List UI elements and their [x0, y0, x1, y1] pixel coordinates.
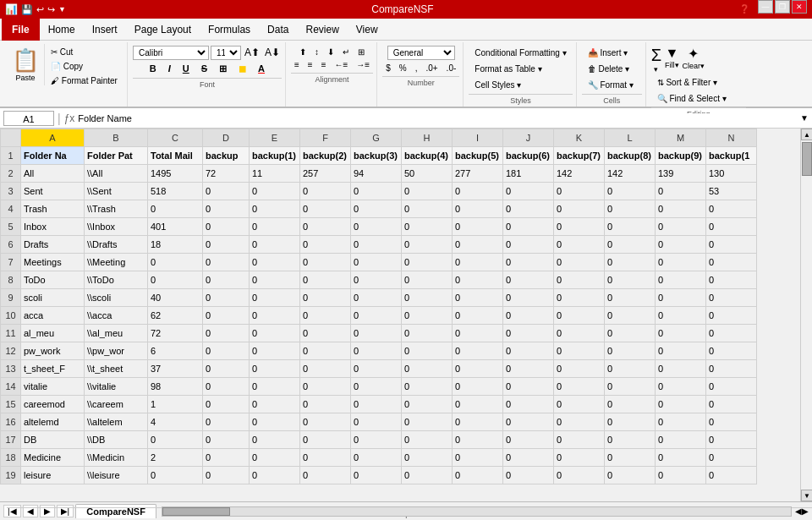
table-cell[interactable]: 0 — [656, 325, 706, 342]
table-cell[interactable]: 0 — [605, 236, 656, 254]
table-cell[interactable]: 0 — [402, 378, 453, 396]
copy-button[interactable]: 📄 Copy — [47, 60, 122, 73]
table-cell[interactable]: 0 — [656, 431, 706, 449]
table-cell[interactable]: 0 — [453, 431, 503, 449]
percent-button[interactable]: % — [396, 62, 410, 74]
table-cell[interactable]: 0 — [300, 431, 351, 449]
table-cell[interactable]: 0 — [656, 307, 706, 325]
table-cell[interactable]: 0 — [250, 396, 300, 413]
row-number[interactable]: 7 — [1, 254, 21, 271]
row-number[interactable]: 3 — [1, 183, 21, 200]
table-cell[interactable]: 0 — [351, 396, 402, 413]
align-middle-button[interactable]: ↕ — [311, 46, 322, 58]
table-cell[interactable]: 142 — [605, 165, 656, 183]
table-cell[interactable]: \\Drafts — [85, 236, 148, 254]
table-cell[interactable]: 0 — [706, 413, 757, 431]
table-cell[interactable]: 0 — [453, 378, 503, 396]
table-cell[interactable]: 0 — [706, 325, 757, 342]
table-cell[interactable]: 0 — [656, 271, 706, 289]
table-cell[interactable]: 0 — [402, 342, 453, 360]
table-cell[interactable]: 257 — [300, 165, 351, 183]
table-cell[interactable]: 0 — [250, 449, 300, 467]
quick-access-undo[interactable]: ↩ — [36, 0, 44, 19]
table-cell[interactable]: 0 — [351, 378, 402, 396]
table-cell[interactable]: 0 — [351, 413, 402, 431]
table-cell[interactable]: 0 — [605, 325, 656, 342]
border-button[interactable]: ⊞ — [214, 62, 232, 76]
table-cell[interactable]: backup(3) — [351, 147, 402, 165]
underline-button[interactable]: U — [178, 62, 195, 76]
table-cell[interactable]: 0 — [605, 431, 656, 449]
table-cell[interactable]: 130 — [706, 165, 757, 183]
table-cell[interactable]: Folder Na — [21, 147, 85, 165]
col-header-L[interactable]: L — [605, 129, 656, 147]
table-cell[interactable]: 0 — [351, 271, 402, 289]
quick-access-redo[interactable]: ↪ — [47, 0, 55, 19]
minimize-button[interactable]: — — [758, 0, 773, 14]
decrease-indent-button[interactable]: ←≡ — [331, 58, 351, 71]
table-cell[interactable]: 0 — [554, 413, 605, 431]
table-cell[interactable]: 0 — [706, 449, 757, 467]
table-cell[interactable]: 0 — [503, 218, 554, 236]
menu-formulas[interactable]: Formulas — [200, 19, 259, 41]
table-cell[interactable]: 0 — [706, 360, 757, 378]
insert-function-icon[interactable]: ƒx — [64, 112, 75, 124]
table-cell[interactable]: 0 — [300, 342, 351, 360]
col-header-D[interactable]: D — [203, 129, 250, 147]
table-cell[interactable]: 0 — [453, 467, 503, 484]
table-cell[interactable]: vitalie — [21, 378, 85, 396]
table-cell[interactable]: \\leisure — [85, 467, 148, 484]
table-cell[interactable]: 0 — [300, 325, 351, 342]
row-number[interactable]: 6 — [1, 236, 21, 254]
row-number[interactable]: 12 — [1, 342, 21, 360]
table-cell[interactable]: \\DB — [85, 431, 148, 449]
table-cell[interactable]: 0 — [554, 236, 605, 254]
table-cell[interactable]: Sent — [21, 183, 85, 200]
table-cell[interactable]: 0 — [706, 200, 757, 218]
table-cell[interactable]: altelemd — [21, 413, 85, 431]
table-cell[interactable]: Drafts — [21, 236, 85, 254]
col-header-M[interactable]: M — [656, 129, 706, 147]
sum-button[interactable]: Σ ▾ — [651, 46, 661, 74]
close-button[interactable]: ✕ — [792, 0, 807, 14]
col-header-K[interactable]: K — [554, 129, 605, 147]
table-cell[interactable]: 0 — [250, 254, 300, 271]
table-cell[interactable]: 0 — [300, 396, 351, 413]
table-cell[interactable]: 0 — [453, 413, 503, 431]
table-cell[interactable]: \\ToDo — [85, 271, 148, 289]
table-cell[interactable]: 0 — [402, 254, 453, 271]
table-cell[interactable]: 0 — [351, 236, 402, 254]
table-cell[interactable]: 0 — [250, 289, 300, 307]
table-cell[interactable]: 0 — [148, 467, 203, 484]
number-format-select[interactable]: General — [387, 46, 455, 60]
increase-decimal-button[interactable]: .0+ — [422, 62, 441, 74]
table-cell[interactable]: 0 — [706, 254, 757, 271]
table-cell[interactable]: 0 — [250, 431, 300, 449]
table-cell[interactable]: 0 — [453, 271, 503, 289]
table-cell[interactable]: 0 — [656, 254, 706, 271]
table-cell[interactable]: 0 — [402, 325, 453, 342]
col-header-C[interactable]: C — [148, 129, 203, 147]
table-cell[interactable]: 0 — [453, 254, 503, 271]
table-cell[interactable]: 0 — [402, 271, 453, 289]
table-cell[interactable]: 53 — [706, 183, 757, 200]
table-cell[interactable]: 0 — [351, 200, 402, 218]
paste-button[interactable]: 📋 Paste — [7, 44, 45, 85]
table-cell[interactable]: 2 — [148, 449, 203, 467]
table-cell[interactable]: 0 — [351, 183, 402, 200]
table-cell[interactable]: 4 — [148, 413, 203, 431]
table-cell[interactable]: 0 — [503, 289, 554, 307]
table-cell[interactable]: 0 — [503, 325, 554, 342]
menu-review[interactable]: Review — [297, 19, 347, 41]
horizontal-scroll-area[interactable]: ◀ ▶ — [158, 506, 809, 517]
table-cell[interactable]: 0 — [453, 396, 503, 413]
table-cell[interactable]: 0 — [503, 236, 554, 254]
table-cell[interactable]: Inbox — [21, 218, 85, 236]
vertical-scrollbar[interactable]: ▲ ▼ — [800, 129, 812, 501]
table-cell[interactable]: backup(9) — [656, 147, 706, 165]
align-center-button[interactable]: ≡ — [304, 58, 316, 71]
table-cell[interactable]: 0 — [351, 254, 402, 271]
table-cell[interactable]: Medicine — [21, 449, 85, 467]
font-color-button[interactable]: A — [253, 62, 270, 76]
table-cell[interactable]: 0 — [503, 360, 554, 378]
